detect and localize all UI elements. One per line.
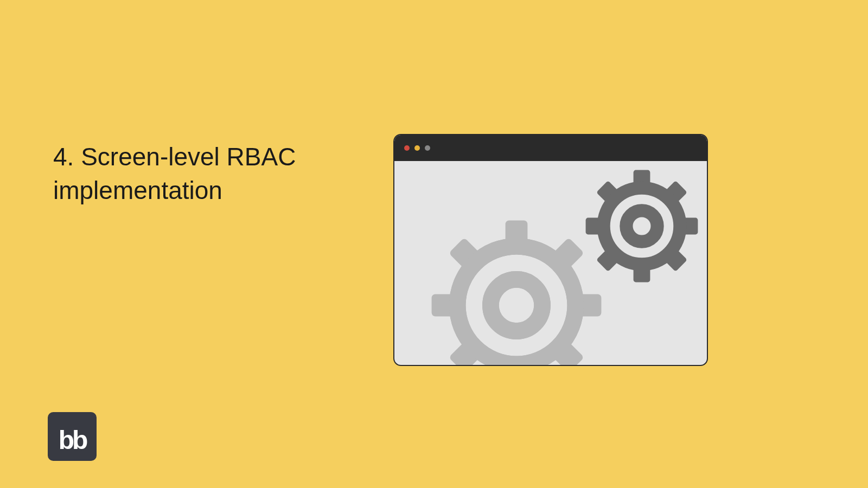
- svg-point-19: [604, 188, 680, 265]
- brand-logo-text: bb: [59, 427, 86, 453]
- brand-logo: bb: [48, 412, 97, 461]
- maximize-dot-icon: [425, 145, 430, 151]
- svg-point-9: [457, 246, 576, 364]
- gear-small-icon: [582, 166, 701, 286]
- gear-large-icon: [424, 213, 609, 365]
- slide-heading: 4. Screen-level RBAC implementation: [53, 140, 357, 207]
- window-body: [394, 161, 707, 365]
- svg-point-20: [626, 210, 657, 241]
- window-titlebar: [394, 135, 707, 161]
- close-dot-icon: [404, 145, 410, 151]
- svg-point-10: [490, 279, 542, 331]
- minimize-dot-icon: [414, 145, 420, 151]
- browser-window-illustration: [393, 134, 708, 366]
